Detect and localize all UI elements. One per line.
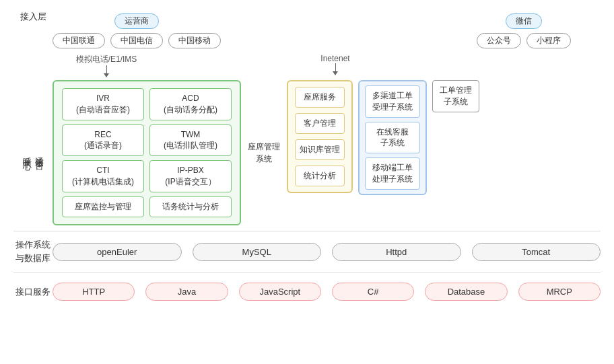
seat-mgmt-label-container: 座席管理 系统: [248, 141, 280, 165]
seat-services-box: 座席服务 客户管理 知识库管理 统计分析: [287, 80, 353, 193]
callcenter-label: 呼叫中心通信平台: [13, 150, 53, 155]
carrier-item-1: 中国电信: [110, 33, 163, 48]
access-layer-row: 接入层 运营商 中国联通 中国电信 中国移动 微信 公众号: [13, 11, 601, 54]
telecom-row-4: 座席监控与管理 话务统计与分析: [62, 196, 232, 217]
architecture-diagram: 接入层 运营商 中国联通 中国电信 中国移动 微信 公众号: [0, 0, 614, 321]
telecom-row-2: REC (通话录音) TWM (电话排队管理): [62, 124, 232, 157]
seat-service-1: 客户管理: [295, 113, 345, 134]
wechat-group: 微信 公众号 小程序: [477, 13, 571, 48]
telecom-stats: 话务统计与分析: [149, 196, 232, 217]
api-services-label: 接口服务: [13, 286, 53, 298]
api-content: HTTP Java JavaScript C# Database MRCP: [53, 280, 601, 303]
os-item-2: Httpd: [332, 243, 461, 261]
seat-service-0: 座席服务: [295, 87, 345, 108]
seat-service-2: 知识库管理: [295, 139, 345, 160]
telecom-twm: TWM (电话排队管理): [149, 124, 232, 157]
os-db-label-text: 操作系统与数据库: [15, 238, 50, 266]
callcenter-content: IVR (自动语音应答) ACD (自动话务分配) REC (通话录音) TWM…: [53, 80, 601, 225]
wechat-items: 公众号 小程序: [477, 33, 571, 48]
os-db-row: 操作系统与数据库 openEuler MySQL Httpd Tomcat: [13, 231, 601, 273]
telecom-ippbx: IP-PBX (IP语音交互）: [149, 160, 232, 192]
workorder-item-0: 工单管理 子系统: [432, 80, 479, 112]
telecom-row-1: IVR (自动语音应答) ACD (自动话务分配): [62, 88, 232, 120]
carrier-vert-arrow: [104, 65, 109, 77]
os-item-1: MySQL: [193, 243, 322, 261]
wechat-title: 微信: [506, 13, 542, 29]
telecom-platform-box: IVR (自动语音应答) ACD (自动话务分配) REC (通话录音) TWM…: [53, 80, 241, 225]
telecom-row-3: CTI (计算机电话集成) IP-PBX (IP语音交互）: [62, 160, 232, 192]
wechat-item-0: 公众号: [477, 33, 521, 48]
wechat-vert-arrow: [333, 63, 338, 75]
carrier-group: 运营商 中国联通 中国电信 中国移动: [53, 13, 221, 48]
access-layer-label: 接入层: [13, 11, 53, 23]
wechat-item-1: 小程序: [526, 33, 571, 48]
api-item-2: JavaScript: [239, 283, 321, 301]
telecom-ivr: IVR (自动语音应答): [62, 88, 144, 120]
workorder-col: 工单管理 子系统: [432, 80, 479, 112]
telecom-acd: ACD (自动话务分配): [149, 88, 232, 120]
arrow-connectors: 模拟电话/E1/IMS Inetenet: [13, 54, 601, 80]
os-db-label: 操作系统与数据库: [13, 238, 53, 266]
seat-service-3: 统计分析: [295, 166, 345, 186]
right-section: 座席服务 客户管理 知识库管理 统计分析 多渠道工单 受理子系统 在线客服 子系…: [287, 80, 601, 195]
carrier-title: 运营商: [114, 13, 159, 29]
seat-mgmt-label: 座席管理 系统: [248, 141, 280, 165]
api-services-row: 接口服务 HTTP Java JavaScript C# Database MR…: [13, 272, 601, 310]
api-item-0: HTTP: [53, 283, 135, 301]
wechat-arrow: Inetenet: [295, 54, 376, 77]
api-item-5: MRCP: [518, 283, 601, 301]
api-item-4: Database: [425, 283, 507, 301]
wechat-arrow-label: Inetenet: [320, 54, 349, 63]
carrier-items: 中国联通 中国电信 中国移动: [53, 33, 221, 48]
carrier-arrow: 模拟电话/E1/IMS: [53, 54, 160, 77]
os-item-3: Tomcat: [472, 243, 601, 261]
multichannel-item-1: 在线客服 子系统: [365, 122, 420, 154]
multichannel-box: 多渠道工单 受理子系统 在线客服 子系统 移动端工单 处理子系统: [358, 80, 427, 195]
carrier-item-0: 中国联通: [53, 33, 105, 48]
access-layer-content: 运营商 中国联通 中国电信 中国移动 微信 公众号 小程序: [53, 11, 601, 48]
api-item-3: C#: [332, 283, 414, 301]
multichannel-item-2: 移动端工单 处理子系统: [365, 157, 420, 190]
os-item-0: openEuler: [53, 243, 182, 261]
carrier-arrow-label: 模拟电话/E1/IMS: [76, 54, 137, 65]
telecom-monitor: 座席监控与管理: [62, 196, 144, 217]
api-item-1: Java: [145, 283, 228, 301]
carrier-item-2: 中国移动: [168, 33, 221, 48]
telecom-rec: REC (通话录音): [62, 124, 144, 157]
callcenter-row: 呼叫中心通信平台 IVR (自动语音应答) ACD (自动话务分配) REC (…: [13, 80, 601, 225]
telecom-cti: CTI (计算机电话集成): [62, 160, 144, 192]
callcenter-label-text: 呼叫中心通信平台: [21, 150, 45, 155]
multichannel-item-0: 多渠道工单 受理子系统: [365, 85, 420, 118]
os-content: openEuler MySQL Httpd Tomcat: [53, 240, 601, 264]
api-services-label-text: 接口服务: [15, 286, 50, 298]
